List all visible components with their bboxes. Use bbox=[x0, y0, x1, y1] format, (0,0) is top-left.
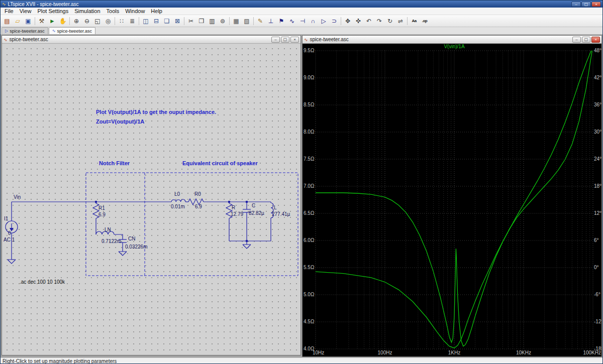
component-button[interactable]: ⊃ bbox=[329, 16, 339, 26]
paste-button[interactable]: ▥ bbox=[207, 16, 217, 26]
maximize-button[interactable]: ▢ bbox=[581, 2, 591, 7]
tab-schematic[interactable]: ▷spice-tweeter.asc bbox=[2, 27, 48, 34]
menu-window[interactable]: Window bbox=[122, 8, 148, 15]
schematic-close-button[interactable]: × bbox=[290, 37, 299, 43]
rotate-button[interactable]: ↻ bbox=[385, 16, 395, 26]
copy-button[interactable]: ❐ bbox=[196, 16, 207, 26]
schematic-canvas[interactable]: Vin I1 0 AC 1 R1 6.9 LN 0.7122m CN 0.032… bbox=[2, 44, 300, 355]
tile-horizontal-button[interactable]: ⊟ bbox=[151, 16, 161, 26]
waveform-plot-pane[interactable]: V(vin)/1A 9.5Ω9.0Ω8.5Ω8.0Ω7.5Ω7.0Ω6.5Ω6.… bbox=[303, 44, 601, 356]
waveform-close-button[interactable]: × bbox=[591, 37, 600, 43]
zoom-in-button[interactable]: ⊕ bbox=[71, 16, 81, 26]
menu-file[interactable]: File bbox=[2, 8, 17, 15]
waveform-doc-icon: ∿ bbox=[304, 37, 308, 42]
halt-button[interactable]: ✋ bbox=[58, 16, 68, 26]
move-button[interactable]: ✥ bbox=[343, 16, 353, 26]
capacitor-button[interactable]: ⊣ bbox=[297, 16, 308, 26]
ground-button[interactable]: ⊥ bbox=[266, 16, 276, 26]
r0-name[interactable]: R0 bbox=[194, 191, 201, 197]
zoom-full-extents-button[interactable]: ◎ bbox=[103, 16, 113, 26]
menu-help[interactable]: Help bbox=[148, 8, 165, 15]
menu-simulation[interactable]: Simulation bbox=[71, 8, 103, 15]
print-button[interactable]: ▦ bbox=[231, 16, 241, 26]
menu-plot-settings[interactable]: Plot Settings bbox=[34, 8, 71, 15]
y-left-tick-label: 9.0Ω bbox=[304, 75, 315, 80]
l0-value[interactable]: 0.01m bbox=[171, 204, 185, 209]
l-name[interactable]: L bbox=[274, 205, 277, 210]
open-file-button[interactable]: ▱ bbox=[13, 16, 23, 26]
y-left-tick-label: 8.0Ω bbox=[304, 129, 315, 135]
show-grid-button[interactable]: ∷ bbox=[117, 16, 127, 26]
r-name[interactable]: R bbox=[232, 205, 235, 210]
inductor-button[interactable]: ∩ bbox=[308, 16, 318, 26]
y-right-tick-label: 42° bbox=[594, 75, 601, 80]
c-name[interactable]: C bbox=[252, 203, 255, 208]
inductor-icon: ∩ bbox=[311, 18, 316, 25]
print-preview-button[interactable]: ▧ bbox=[242, 16, 252, 26]
control-panel-button[interactable]: ⚒ bbox=[37, 16, 47, 26]
draw-wire-button[interactable]: ✎ bbox=[255, 16, 265, 26]
waveform-plot[interactable]: V(vin)/1A 9.5Ω9.0Ω8.5Ω8.0Ω7.5Ω7.0Ω6.5Ω6.… bbox=[303, 44, 601, 356]
y-right-tick-label: 30° bbox=[594, 129, 601, 135]
r-value[interactable]: 12.79 bbox=[231, 211, 243, 217]
y-left-tick-label: 4.5Ω bbox=[304, 319, 315, 324]
close-window-button[interactable]: ⊠ bbox=[172, 16, 182, 26]
i1-ac-value[interactable]: AC 1 bbox=[4, 237, 15, 242]
trace-title[interactable]: V(vin)/1A bbox=[444, 44, 464, 49]
run-button[interactable]: ► bbox=[47, 16, 57, 26]
menu-tools[interactable]: Tools bbox=[104, 8, 123, 15]
spice-directive-button[interactable]: .op bbox=[420, 16, 430, 26]
cut-button[interactable]: ✂ bbox=[186, 16, 196, 26]
text-button[interactable]: Aa bbox=[409, 16, 419, 26]
l0-name[interactable]: L0 bbox=[174, 191, 180, 197]
zoom-area-button[interactable]: ◱ bbox=[92, 16, 103, 26]
l-value[interactable]: 277.41µ bbox=[272, 211, 290, 217]
save-button[interactable]: ▣ bbox=[23, 16, 33, 26]
r0-value[interactable]: 6.9 bbox=[195, 204, 202, 209]
new-schematic-button[interactable]: ▤ bbox=[2, 16, 12, 26]
schematic-maximize-button[interactable]: ▢ bbox=[281, 37, 289, 43]
speaker-circuit-label[interactable]: Equivalent circuit of speaker bbox=[182, 160, 258, 166]
i1-name[interactable]: I1 bbox=[4, 216, 9, 221]
cascade-windows-button[interactable]: ❏ bbox=[162, 16, 172, 26]
resistor-button[interactable]: ∿ bbox=[287, 16, 297, 26]
minimize-button[interactable]: – bbox=[571, 2, 581, 7]
halt-icon: ✋ bbox=[59, 18, 67, 25]
r1-value[interactable]: 6.9 bbox=[98, 212, 106, 217]
zoom-out-button[interactable]: ⊖ bbox=[82, 16, 92, 26]
cn-name[interactable]: CN bbox=[128, 236, 135, 241]
mark-unconnected-button[interactable]: ≣ bbox=[127, 16, 137, 26]
net-label-vin[interactable]: Vin bbox=[14, 194, 21, 200]
cn-value[interactable]: 0.03226m bbox=[125, 244, 147, 250]
ln-name[interactable]: LN bbox=[105, 227, 111, 232]
notch-filter-label[interactable]: Notch Filter bbox=[99, 160, 130, 166]
close-button[interactable]: × bbox=[591, 2, 601, 7]
drag-button[interactable]: ✜ bbox=[353, 16, 363, 26]
net-label-button[interactable]: ⚑ bbox=[276, 16, 286, 26]
ln-value[interactable]: 0.7122m bbox=[102, 238, 121, 244]
r1-name[interactable]: R1 bbox=[98, 205, 105, 211]
tab-waveform[interactable]: ∿spice-tweeter.asc bbox=[49, 27, 95, 34]
drag-icon: ✜ bbox=[356, 18, 361, 25]
schematic-minimize-button[interactable]: – bbox=[271, 37, 280, 43]
redo-button[interactable]: ↷ bbox=[374, 16, 384, 26]
find-button[interactable]: ⊚ bbox=[218, 16, 228, 26]
schematic-tab-icon: ▷ bbox=[5, 29, 8, 33]
waveform-window-titlebar[interactable]: ∿ spice-tweeter.asc – ▢ × bbox=[303, 36, 601, 44]
menu-view[interactable]: View bbox=[17, 8, 35, 15]
title-bar[interactable]: ∿ LTspice XVII - spice-tweeter.asc – ▢ × bbox=[1, 1, 602, 8]
ltspice-window: ∿ LTspice XVII - spice-tweeter.asc – ▢ ×… bbox=[0, 0, 603, 364]
diode-button[interactable]: ▷ bbox=[319, 16, 329, 26]
waveform-maximize-button[interactable]: ▢ bbox=[582, 37, 590, 43]
c-value[interactable]: 82.82µ bbox=[249, 210, 264, 216]
menu-bar: FileViewPlot SettingsSimulationToolsWind… bbox=[1, 8, 602, 15]
mirror-button[interactable]: ⇌ bbox=[395, 16, 406, 26]
undo-button[interactable]: ↶ bbox=[364, 16, 374, 26]
waveform-minimize-button[interactable]: – bbox=[572, 37, 581, 43]
i1-dc-value[interactable]: 0 bbox=[8, 230, 11, 236]
comment-line-2[interactable]: Zout=V(output)/1A bbox=[96, 118, 144, 125]
comment-line-1[interactable]: Plot V(output)/1A to get the ouput imped… bbox=[96, 109, 216, 115]
tile-vertical-button[interactable]: ◫ bbox=[141, 16, 151, 26]
schematic-window-titlebar[interactable]: ∿ spice-tweeter.asc – ▢ × bbox=[2, 36, 300, 44]
spice-directive-text[interactable]: .ac dec 100 10 100k bbox=[20, 279, 65, 285]
